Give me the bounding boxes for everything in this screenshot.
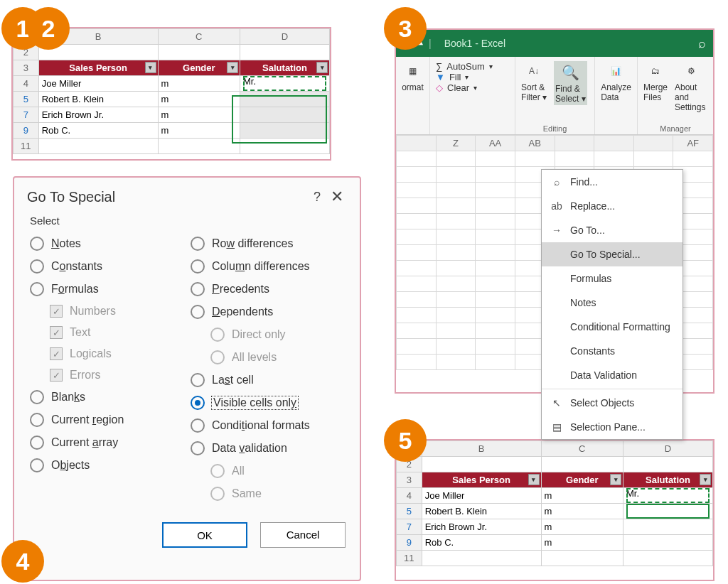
menu-item[interactable]: abReplace... xyxy=(542,194,682,218)
row-header[interactable]: 9 xyxy=(14,123,39,139)
cell[interactable]: Erich Brown Jr. xyxy=(38,107,158,123)
table-header[interactable]: Gender ▾ xyxy=(541,472,623,488)
row-header[interactable]: 9 xyxy=(397,535,422,551)
menu-item[interactable]: Conditional Formatting xyxy=(542,315,682,339)
cancel-button[interactable]: Cancel xyxy=(260,522,346,548)
col-header[interactable] xyxy=(633,136,673,151)
row-header[interactable]: 11 xyxy=(14,139,39,154)
about-settings-button[interactable]: ⚙ About andSettings xyxy=(675,61,707,112)
col-header[interactable]: D xyxy=(240,29,330,45)
row-header[interactable]: 5 xyxy=(397,504,422,519)
col-header[interactable]: AF xyxy=(673,136,713,151)
table-header[interactable]: Salutation ▾ xyxy=(623,472,713,488)
row-header[interactable]: 4 xyxy=(14,76,39,92)
radio-option[interactable]: Constants xyxy=(30,255,183,278)
radio-option[interactable]: Data validation xyxy=(191,437,344,460)
cell[interactable] xyxy=(541,551,623,566)
menu-item[interactable]: Formulas xyxy=(542,266,682,291)
sort-filter-button[interactable]: A↓ Sort &Filter ▾ xyxy=(521,61,547,105)
radio-option[interactable]: Formulas xyxy=(30,278,183,301)
menu-item[interactable]: Data Validation xyxy=(542,363,682,387)
table-header[interactable]: Sales Person ▾ xyxy=(422,472,541,488)
format-button[interactable]: ▦ ormat xyxy=(402,61,424,92)
cell[interactable]: m xyxy=(158,107,240,123)
ok-button[interactable]: OK xyxy=(162,522,247,548)
search-icon[interactable]: ⌕ xyxy=(698,36,706,51)
clear-button[interactable]: ◇Clear▾ xyxy=(436,82,509,93)
cell[interactable]: m xyxy=(541,519,623,535)
radio-option[interactable]: Precedents xyxy=(191,278,344,301)
worksheet[interactable]: BCD23 Sales Person ▾ Gender ▾ Salutation… xyxy=(396,440,713,566)
cell[interactable] xyxy=(422,457,541,472)
close-button[interactable]: ✕ xyxy=(327,188,347,206)
cell[interactable] xyxy=(240,45,330,60)
cell[interactable] xyxy=(240,123,330,139)
cell[interactable] xyxy=(240,107,330,123)
analyze-data-button[interactable]: 📊 AnalyzeData xyxy=(601,61,631,102)
col-header[interactable]: AB xyxy=(515,136,555,151)
cell[interactable]: m xyxy=(541,535,623,551)
radio-option[interactable]: Visible cells only xyxy=(191,391,344,414)
filter-dropdown-icon[interactable]: ▾ xyxy=(700,474,711,485)
cell[interactable] xyxy=(422,551,541,566)
cell[interactable]: Joe Miller xyxy=(422,488,541,504)
cell[interactable] xyxy=(623,457,713,472)
cell[interactable]: m xyxy=(541,488,623,504)
radio-option[interactable]: Current region xyxy=(30,409,183,431)
cell[interactable] xyxy=(541,457,623,472)
cell[interactable]: m xyxy=(541,504,623,519)
radio-option[interactable]: Current array xyxy=(30,431,183,454)
cell[interactable]: Mr. xyxy=(240,76,330,92)
cell[interactable]: Robert B. Klein xyxy=(38,92,158,107)
cell[interactable] xyxy=(158,45,240,60)
row-header[interactable]: 3 xyxy=(14,60,39,76)
help-button[interactable]: ? xyxy=(307,190,327,205)
table-header[interactable]: Sales Person ▾ xyxy=(38,60,158,76)
radio-option[interactable]: Conditional formats xyxy=(191,414,344,437)
row-header[interactable]: 7 xyxy=(397,519,422,535)
filter-dropdown-icon[interactable]: ▾ xyxy=(316,62,328,73)
filter-active-icon[interactable]: ▾ xyxy=(610,474,621,485)
menu-item[interactable]: →Go To... xyxy=(542,218,682,242)
col-header[interactable]: C xyxy=(541,441,623,457)
filter-active-icon[interactable]: ▾ xyxy=(227,62,238,73)
menu-item[interactable]: ▤Selection Pane... xyxy=(542,415,682,439)
radio-option[interactable]: Notes xyxy=(30,232,183,255)
radio-option[interactable]: Row differences xyxy=(191,232,344,255)
menu-item[interactable]: Go To Special... xyxy=(542,242,682,266)
cell[interactable]: Mr. xyxy=(623,488,713,504)
radio-option[interactable]: Dependents xyxy=(191,301,344,323)
radio-option[interactable]: Objects xyxy=(30,454,183,477)
cell[interactable]: m xyxy=(158,123,240,139)
row-header[interactable]: 4 xyxy=(397,488,422,504)
row-header[interactable]: 11 xyxy=(397,551,422,566)
cell[interactable] xyxy=(623,519,713,535)
cell[interactable]: Erich Brown Jr. xyxy=(422,519,541,535)
radio-option[interactable]: Last cell xyxy=(191,369,344,391)
cell[interactable]: Joe Miller xyxy=(38,76,158,92)
menu-item[interactable]: Constants xyxy=(542,339,682,363)
row-header[interactable]: 5 xyxy=(14,92,39,107)
radio-option[interactable]: Column differences xyxy=(191,255,344,278)
table-header[interactable]: Salutation ▾ xyxy=(240,60,330,76)
col-header[interactable] xyxy=(594,136,634,151)
cell[interactable]: m xyxy=(158,92,240,107)
cell[interactable]: Rob C. xyxy=(422,535,541,551)
find-select-button[interactable]: 🔍 Find &Select ▾ xyxy=(554,61,587,105)
worksheet[interactable]: BCD23 Sales Person ▾ Gender ▾ Salutation… xyxy=(13,28,330,154)
fill-button[interactable]: ▼Fill▾ xyxy=(436,72,509,82)
col-header[interactable]: B xyxy=(422,441,541,457)
cell[interactable] xyxy=(623,504,713,519)
cell[interactable] xyxy=(158,139,240,154)
radio-option[interactable]: Blanks xyxy=(30,386,183,409)
row-header[interactable]: 7 xyxy=(14,107,39,123)
cell[interactable] xyxy=(623,551,713,566)
menu-item[interactable]: ↖Select Objects xyxy=(542,391,682,415)
filter-dropdown-icon[interactable]: ▾ xyxy=(528,474,540,485)
filter-dropdown-icon[interactable]: ▾ xyxy=(145,62,156,73)
merge-files-button[interactable]: 🗂 MergeFiles xyxy=(643,61,668,112)
col-header[interactable]: Z xyxy=(436,136,476,151)
row-header[interactable]: 3 xyxy=(397,472,422,488)
cell[interactable] xyxy=(38,139,158,154)
cell[interactable] xyxy=(240,139,330,154)
